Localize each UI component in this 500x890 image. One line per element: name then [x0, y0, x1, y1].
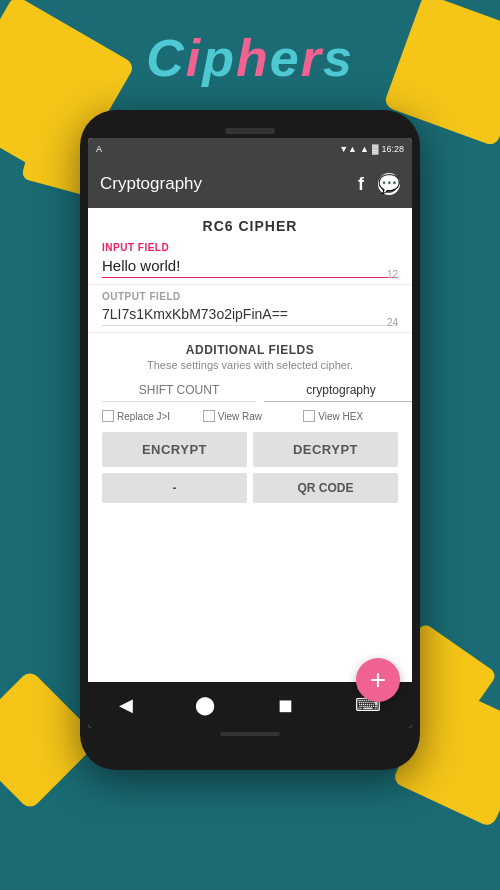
- encrypt-button[interactable]: ENCRYPT: [102, 432, 247, 467]
- facebook-icon[interactable]: f: [358, 174, 364, 195]
- speaker-grille: [225, 128, 275, 134]
- checkbox-raw-label: View Raw: [218, 411, 262, 422]
- phone-frame: A ▼▲ ▲ ▓ 16:28 Cryptography f 💬 RC6 CIPH…: [80, 110, 420, 770]
- output-field-section: OUTPUT FIELD 24: [88, 287, 412, 330]
- cipher-title: RC6 CIPHER: [88, 208, 412, 238]
- wifi-icon: ▼▲: [339, 144, 357, 154]
- minus-button[interactable]: -: [102, 473, 247, 503]
- additional-fields-desc: These settings varies with selected ciph…: [102, 359, 398, 371]
- back-button[interactable]: ◀: [103, 690, 149, 720]
- phone-bottom: [88, 732, 412, 736]
- fab-button[interactable]: +: [356, 658, 400, 702]
- input-field[interactable]: [102, 255, 398, 278]
- cipher-fields-row: [102, 379, 398, 402]
- input-char-count: 12: [387, 269, 398, 280]
- checkbox-hex-box[interactable]: [303, 410, 315, 422]
- checkboxes-row: Replace J>I View Raw View HEX: [102, 410, 398, 422]
- key-field[interactable]: [264, 379, 412, 402]
- checkbox-replace-label: Replace J>I: [117, 411, 170, 422]
- main-content: RC6 CIPHER INPUT FIELD 12 OUTPUT FIELD 2…: [88, 208, 412, 682]
- status-right: ▼▲ ▲ ▓ 16:28: [339, 144, 404, 154]
- recent-button[interactable]: ◼: [262, 690, 309, 720]
- additional-fields-title: ADDITIONAL FIELDS: [102, 343, 398, 357]
- main-buttons-row: ENCRYPT DECRYPT: [102, 432, 398, 467]
- additional-section: ADDITIONAL FIELDS These settings varies …: [88, 335, 412, 511]
- divider-1: [88, 284, 412, 285]
- whatsapp-icon[interactable]: 💬: [378, 173, 400, 195]
- qr-code-button[interactable]: QR CODE: [253, 473, 398, 503]
- checkbox-hex[interactable]: View HEX: [303, 410, 398, 422]
- app-header: Cryptography f 💬: [88, 160, 412, 208]
- home-indicator: [220, 732, 280, 736]
- output-field: [102, 304, 398, 326]
- checkbox-replace[interactable]: Replace J>I: [102, 410, 197, 422]
- header-icons: f 💬: [358, 173, 400, 195]
- status-left-icon: A: [96, 144, 102, 154]
- status-bar: A ▼▲ ▲ ▓ 16:28: [88, 138, 412, 160]
- shift-count-field[interactable]: [102, 379, 256, 402]
- output-char-count: 24: [387, 317, 398, 328]
- input-field-label: INPUT FIELD: [102, 242, 398, 253]
- secondary-buttons-row: - QR CODE: [102, 473, 398, 503]
- checkbox-raw[interactable]: View Raw: [203, 410, 298, 422]
- home-button[interactable]: ⬤: [179, 690, 231, 720]
- phone-screen: A ▼▲ ▲ ▓ 16:28 Cryptography f 💬 RC6 CIPH…: [88, 138, 412, 728]
- app-header-title: Cryptography: [100, 174, 202, 194]
- time-display: 16:28: [381, 144, 404, 154]
- output-field-label: OUTPUT FIELD: [102, 291, 398, 302]
- battery-icon: ▓: [372, 144, 379, 154]
- signal-icon: ▲: [360, 144, 369, 154]
- app-title: Ciphers: [146, 28, 354, 88]
- phone-speaker: [88, 128, 412, 134]
- checkbox-raw-box[interactable]: [203, 410, 215, 422]
- checkbox-hex-label: View HEX: [318, 411, 363, 422]
- divider-2: [88, 332, 412, 333]
- decrypt-button[interactable]: DECRYPT: [253, 432, 398, 467]
- input-field-section: INPUT FIELD 12: [88, 238, 412, 282]
- checkbox-replace-box[interactable]: [102, 410, 114, 422]
